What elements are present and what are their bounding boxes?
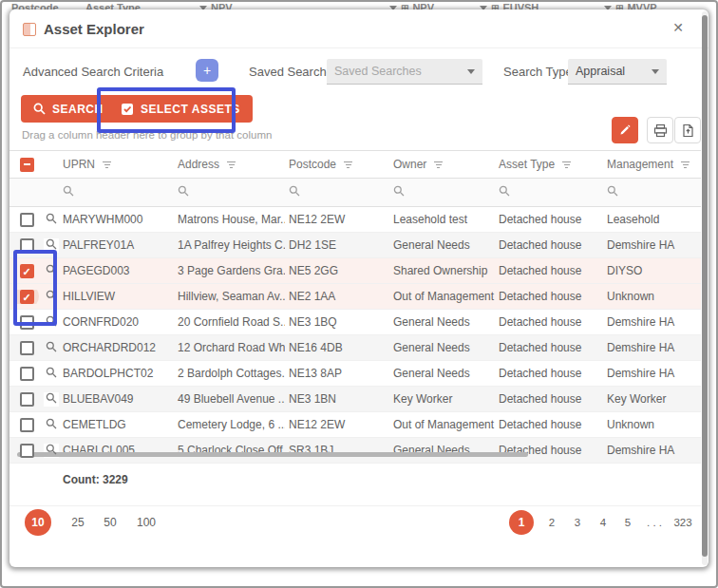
search-type-label: Search Type <box>503 65 573 79</box>
magnifier-icon[interactable] <box>46 367 57 381</box>
chevron-down-icon <box>652 69 659 74</box>
cell-address: 3 Page Gardens Gra... <box>174 264 285 277</box>
filter-input-owner[interactable] <box>389 185 495 199</box>
add-criteria-button[interactable]: + <box>196 59 218 82</box>
horizontal-scrollbar[interactable] <box>17 452 528 457</box>
vertical-scrollbar[interactable] <box>702 15 708 557</box>
table-row[interactable]: BLUEBAV04949 Bluebell Avenue ...NE3 1BNK… <box>9 387 701 412</box>
search-button[interactable]: SEARCH <box>21 95 116 123</box>
select-all-checkbox[interactable] <box>20 158 34 172</box>
cell-uprn: PALFREY01A <box>59 238 174 252</box>
row-checkbox[interactable]: ✓ <box>20 290 34 304</box>
page-5[interactable]: 5 <box>619 515 636 530</box>
page-size-25[interactable]: 25 <box>66 515 89 530</box>
filter-icon[interactable] <box>344 161 352 168</box>
magnifier-icon[interactable] <box>46 444 57 458</box>
row-checkbox-cell <box>9 213 44 227</box>
column-header-label: Owner <box>393 158 426 171</box>
page-size-50[interactable]: 50 <box>99 515 122 530</box>
table-row[interactable]: ORCHARDRD01212 Orchard Road Wh...NE16 4D… <box>9 335 701 361</box>
export-button[interactable] <box>674 117 701 143</box>
magnifier-icon[interactable] <box>46 213 57 227</box>
table-row[interactable]: ✓PAGEGD0033 Page Gardens Gra...NE5 2GGSh… <box>9 258 701 284</box>
row-checkbox[interactable] <box>20 213 34 227</box>
row-detail-cell <box>44 367 59 381</box>
cell-asset_type: Detached house <box>495 290 603 303</box>
filter-icon[interactable] <box>227 161 236 168</box>
page-4[interactable]: 4 <box>595 515 612 530</box>
magnifier-icon[interactable] <box>46 418 57 432</box>
column-header-postcode[interactable]: Postcode <box>285 158 389 171</box>
page-323[interactable]: 323 <box>674 515 691 530</box>
background-page-headers: PostcodeAsset TypeNPV⊞NPV⊞EUVSH⊞MVVP <box>0 0 718 9</box>
cell-uprn: MARYWHM000 <box>59 213 174 226</box>
filter-icon[interactable] <box>681 161 690 168</box>
page-3[interactable]: 3 <box>569 515 586 530</box>
row-checkbox[interactable]: ✓ <box>20 264 34 278</box>
row-detail-cell <box>44 392 59 407</box>
cell-address: 49 Bluebell Avenue ... <box>174 392 285 406</box>
magnifier-icon[interactable] <box>46 238 57 253</box>
select-all-cell <box>9 158 44 172</box>
saved-searches-select[interactable]: Saved Searches <box>327 59 482 85</box>
page-2[interactable]: 2 <box>543 515 560 530</box>
row-checkbox[interactable] <box>20 367 34 381</box>
table-row[interactable]: CEMETLDGCemetery Lodge, 6 ...NE12 2EWOut… <box>9 412 701 438</box>
column-header-owner[interactable]: Owner <box>389 158 495 171</box>
page-1[interactable]: 1 <box>509 510 534 535</box>
cell-asset_type: Detached house <box>495 213 603 226</box>
filter-input-postcode[interactable] <box>285 185 389 199</box>
background-column-label: Postcode <box>11 2 59 9</box>
row-checkbox-cell <box>9 418 44 432</box>
cell-postcode: NE2 1AA <box>285 290 389 303</box>
row-checkbox[interactable] <box>20 341 34 355</box>
column-header-management[interactable]: Management <box>603 158 701 171</box>
table-row[interactable]: CHARLCL0055 Charlock Close Off...SR3 1BJ… <box>9 438 701 464</box>
column-header-label: Postcode <box>289 158 336 171</box>
table-row[interactable]: BARDOLPHCT022 Bardolph Cottages...NE13 8… <box>9 361 701 387</box>
select-assets-button[interactable]: SELECT ASSETS <box>108 95 253 123</box>
cell-postcode: DH2 1SE <box>285 238 389 252</box>
row-detail-cell <box>44 290 59 304</box>
magnifier-icon[interactable] <box>46 341 57 355</box>
row-checkbox[interactable] <box>20 444 34 458</box>
filter-icon[interactable] <box>434 161 443 168</box>
row-checkbox[interactable] <box>20 418 34 432</box>
cell-postcode: NE13 8AP <box>285 367 389 380</box>
print-button[interactable] <box>647 117 673 143</box>
magnifier-icon[interactable] <box>46 264 57 278</box>
filter-input-uprn[interactable] <box>59 185 174 199</box>
table-row[interactable]: CORNFRD02020 Cornfield Road S...NE3 1BQG… <box>9 310 701 335</box>
filter-input-asset_type[interactable] <box>495 185 603 199</box>
row-checkbox[interactable] <box>20 392 34 407</box>
filter-input-address[interactable] <box>174 185 285 199</box>
table-row[interactable]: ✓HILLVIEWHillview, Seaman Av...NE2 1AAOu… <box>9 284 701 310</box>
row-checkbox-cell <box>9 367 44 381</box>
cell-asset_type: Detached house <box>495 341 603 354</box>
filter-icon[interactable] <box>103 161 111 168</box>
filter-input-management[interactable] <box>603 185 701 199</box>
column-header-asset_type[interactable]: Asset Type <box>495 158 603 171</box>
dialog-title: Asset Explorer <box>44 21 144 37</box>
table-row[interactable]: PALFREY01A1A Palfrey Heights C...DH2 1SE… <box>9 233 701 258</box>
cell-owner: Shared Ownership <box>389 264 495 277</box>
search-type-select[interactable]: Appraisal <box>568 59 667 85</box>
filter-icon[interactable] <box>562 161 571 168</box>
search-icon <box>178 185 189 199</box>
asset-explorer-dialog: Asset Explorer ✕ Advanced Search Criteri… <box>9 9 709 567</box>
magnifier-icon[interactable] <box>46 392 57 407</box>
magnifier-icon[interactable] <box>46 315 57 330</box>
page-size-100[interactable]: 100 <box>131 515 161 530</box>
cell-asset_type: Detached house <box>495 418 603 431</box>
column-header-uprn[interactable]: UPRN <box>59 158 174 171</box>
magnifier-icon[interactable] <box>46 290 57 304</box>
search-button-label: SEARCH <box>52 103 104 116</box>
page-size-10[interactable]: 10 <box>25 509 51 536</box>
column-header-address[interactable]: Address <box>174 158 285 171</box>
row-checkbox[interactable] <box>20 315 34 330</box>
cell-owner: General Needs <box>389 238 495 252</box>
table-row[interactable]: MARYWHM000Matrons House, Mar...NE12 2EWL… <box>9 207 701 233</box>
row-checkbox[interactable] <box>20 238 34 253</box>
close-icon[interactable]: ✕ <box>672 20 684 35</box>
edit-columns-button[interactable] <box>612 117 638 143</box>
